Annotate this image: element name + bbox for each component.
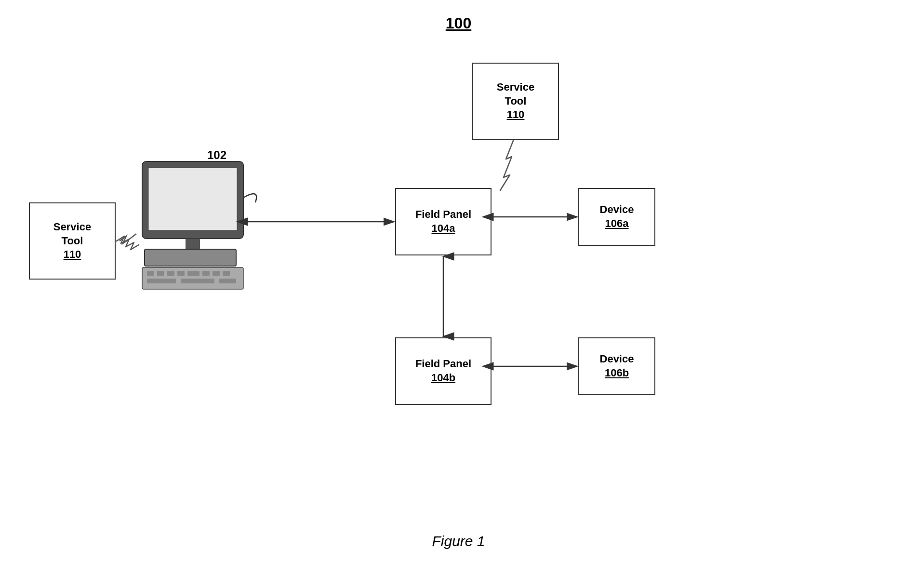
svg-rect-3 — [145, 249, 236, 266]
svg-rect-10 — [202, 271, 210, 276]
field-panel-a-id: 104a — [432, 222, 455, 236]
figure-label: Figure 1 — [432, 533, 485, 549]
field-panel-b-id: 104b — [431, 371, 455, 385]
svg-rect-14 — [181, 279, 214, 283]
diagram-svg — [0, 0, 917, 588]
device-b-id: 106b — [605, 366, 629, 380]
field-panel-a-line1: Field Panel — [415, 208, 471, 222]
device-b-box: Device 106b — [578, 337, 655, 395]
svg-rect-5 — [147, 271, 154, 276]
device-a-id: 106a — [605, 217, 629, 231]
field-panel-b-line1: Field Panel — [415, 357, 471, 371]
svg-rect-15 — [219, 279, 236, 283]
field-panel-b-box: Field Panel 104b — [395, 337, 492, 405]
svg-rect-6 — [157, 271, 164, 276]
service-tool-left-box: Service Tool 110 — [29, 202, 116, 280]
svg-rect-1 — [148, 168, 237, 230]
service-tool-left-line2: Tool — [62, 234, 83, 248]
service-tool-top-line1: Service — [497, 80, 534, 94]
svg-rect-8 — [177, 271, 185, 276]
svg-rect-12 — [223, 271, 230, 276]
device-a-box: Device 106a — [578, 188, 655, 246]
computer-label: 102 — [207, 148, 226, 162]
device-b-line1: Device — [600, 352, 634, 366]
device-a-line1: Device — [600, 203, 634, 217]
svg-rect-13 — [147, 279, 176, 283]
field-panel-a-box: Field Panel 104a — [395, 188, 492, 255]
service-tool-top-line2: Tool — [505, 94, 527, 108]
svg-rect-9 — [187, 271, 199, 276]
svg-rect-11 — [213, 271, 220, 276]
service-tool-top-box: Service Tool 110 — [472, 63, 559, 140]
service-tool-left-id: 110 — [64, 248, 81, 262]
svg-rect-7 — [167, 271, 174, 276]
diagram-title: 100 — [446, 14, 471, 32]
service-tool-top-id: 110 — [507, 108, 525, 122]
service-tool-left-line1: Service — [53, 220, 91, 234]
svg-rect-2 — [186, 239, 200, 249]
diagram-container: 100 Service Tool 110 Service Tool 110 10… — [0, 0, 917, 588]
svg-rect-0 — [142, 161, 243, 239]
svg-rect-4 — [142, 267, 243, 289]
